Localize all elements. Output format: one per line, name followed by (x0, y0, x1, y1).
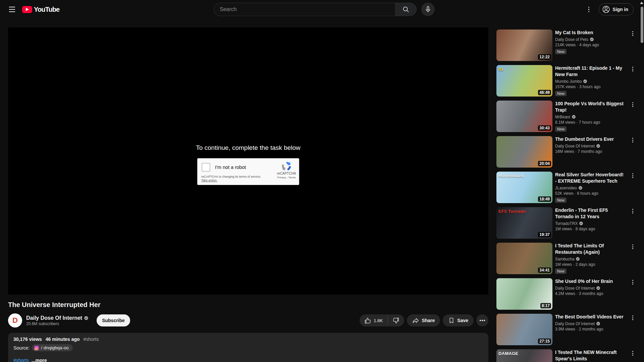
related-video-item[interactable]: 8:17 She Used 0% of Her Brain Daily Dose… (496, 278, 635, 310)
kebab-icon (632, 209, 633, 210)
kebab-icon (632, 102, 633, 103)
related-video-item[interactable]: 12:22 My Cat Is Broken Daily Dose of Pet… (496, 29, 635, 61)
verified-badge-icon (596, 321, 600, 326)
related-item-menu-button[interactable] (629, 136, 637, 144)
related-video-item[interactable]: DAMAGE I Tested The NEW Minecraft Spear'… (496, 349, 635, 362)
related-channel-name[interactable]: Daily Dose of Pets (555, 37, 626, 42)
bookmark-icon (448, 317, 455, 324)
related-item-menu-button[interactable] (629, 243, 637, 251)
related-item-menu-button[interactable] (629, 207, 637, 215)
verified-badge-icon (572, 115, 576, 119)
duration-badge: 30:43 (538, 125, 551, 131)
related-channel-name[interactable]: Daily Dose Of Internet (555, 321, 626, 326)
verified-badge-icon (579, 221, 583, 226)
captcha-checkbox[interactable] (202, 163, 210, 172)
related-video-title[interactable]: Hermitcraft 11: Episode 1 - My New Farm (555, 65, 626, 78)
related-video-title[interactable]: My Cat Is Broken (555, 29, 626, 36)
video-thumbnail[interactable]: EF5 Tornado 19:37 (496, 207, 552, 239)
captcha-terms-link[interactable]: Terms (288, 176, 296, 179)
mic-button[interactable] (421, 3, 435, 16)
related-item-menu-button[interactable] (629, 172, 637, 180)
video-thumbnail[interactable]: 01 46:49 (496, 65, 552, 97)
person-icon (602, 6, 610, 13)
video-thumbnail[interactable]: 8:17 (496, 278, 552, 310)
kebab-icon (588, 7, 590, 8)
related-video-item[interactable]: 30:43 100 People Vs World's Biggest Trap… (496, 101, 635, 132)
save-button[interactable]: Save (443, 314, 474, 326)
related-video-title[interactable]: I Tested The NEW Minecraft Spear's Limit… (555, 349, 626, 362)
sign-in-button[interactable]: Sign in (599, 3, 634, 15)
captcha-privacy-link[interactable]: Privacy (277, 176, 286, 179)
captcha-take-action-link[interactable]: Take action. (201, 179, 217, 182)
video-thumbnail[interactable]: 20:04 (496, 136, 552, 168)
related-video-item[interactable]: 27:15 The Best Doorbell Videos Ever Dail… (496, 314, 635, 345)
video-thumbnail[interactable]: Hoverboard 18:49 (496, 172, 552, 203)
captcha-notice: reCAPTCHA is changing its terms of servi… (201, 175, 261, 183)
video-thumbnail[interactable]: 27:15 (496, 314, 552, 345)
related-channel-name[interactable]: TornadoTRX (555, 221, 626, 226)
related-item-menu-button[interactable] (629, 314, 637, 322)
related-item-menu-button[interactable] (629, 101, 637, 109)
related-item-menu-button[interactable] (629, 278, 637, 286)
top-bar: YouTube Sign in (0, 0, 644, 19)
related-channel-name[interactable]: JLaservideo (555, 186, 626, 190)
new-badge: New (555, 197, 567, 203)
related-channel-name[interactable]: Daily Dose Of Internet (555, 286, 626, 291)
related-video-title[interactable]: She Used 0% of Her Brain (555, 278, 626, 285)
source-label: Source: (13, 345, 30, 351)
dislike-button[interactable] (388, 314, 404, 326)
settings-menu-button[interactable] (582, 3, 595, 16)
like-button[interactable]: 1.8K (360, 314, 387, 326)
related-video-title[interactable]: Enderlin - The First EF5 Tornado in 12 Y… (555, 207, 626, 220)
related-video-title[interactable]: 100 People Vs World's Biggest Trap! (555, 101, 626, 113)
page-scrollbar[interactable] (640, 0, 644, 362)
scrollbar-thumb[interactable] (641, 7, 643, 43)
related-channel-name[interactable]: MrBeast (555, 115, 626, 119)
description-meta-line: 30,176 views 46 minutes ago #shorts (13, 337, 483, 342)
related-video-title[interactable]: The Dumbest Drivers Ever (555, 136, 626, 142)
related-video-meta: 8.1M views · 7 hours ago (555, 120, 626, 125)
related-video-title[interactable]: The Best Doorbell Videos Ever (555, 314, 626, 320)
video-thumbnail[interactable]: 12:22 (496, 29, 552, 61)
youtube-logo[interactable]: YouTube (22, 6, 59, 13)
search-box (214, 3, 417, 16)
related-video-item[interactable]: 34:41 I Tested The Limits Of Restaurants… (496, 243, 635, 274)
related-video-item[interactable]: 01 46:49 Hermitcraft 11: Episode 1 - My … (496, 65, 635, 97)
video-thumbnail[interactable]: 34:41 (496, 243, 552, 274)
recaptcha-brand-block: reCAPTCHA Privacy - Terms (276, 161, 297, 179)
source-chip[interactable]: / dnqigbqa-oo (32, 344, 73, 351)
related-video-meta: 1M views · 8 days ago (555, 227, 626, 231)
description-panel[interactable]: 30,176 views 46 minutes ago #shorts Sour… (8, 333, 488, 362)
video-thumbnail[interactable]: 30:43 (496, 101, 552, 132)
scrollbar-up-arrow-icon[interactable] (640, 2, 643, 4)
shorts-hashtag-link[interactable]: #shorts (13, 358, 29, 362)
related-video-item[interactable]: Hoverboard 18:49 Real Silver Surfer Hove… (496, 172, 635, 203)
related-video-meta: 3.9M views · 2 months ago (555, 327, 626, 331)
search-input[interactable] (214, 3, 395, 16)
related-video-item[interactable]: EF5 Tornado 19:37 Enderlin - The First E… (496, 207, 635, 239)
channel-name[interactable]: Daily Dose Of Internet (26, 315, 89, 321)
related-video-title[interactable]: I Tested The Limits Of Restaurants (Agai… (555, 243, 626, 255)
verified-badge-icon (84, 316, 89, 320)
show-more-link[interactable]: ...more (32, 358, 47, 362)
menu-button[interactable] (5, 3, 19, 16)
related-video-item[interactable]: 20:04 The Dumbest Drivers Ever Daily Dos… (496, 136, 635, 168)
related-item-menu-button[interactable] (629, 29, 637, 38)
more-actions-button[interactable] (476, 314, 488, 326)
search-button[interactable] (395, 3, 417, 16)
related-item-menu-button[interactable] (629, 349, 637, 357)
kebab-icon (632, 315, 633, 316)
related-channel-name[interactable]: Sambucha (555, 257, 626, 261)
related-item-menu-button[interactable] (629, 65, 637, 73)
related-video-meta: 52K views · 6 hours ago (555, 191, 626, 196)
related-videos-list: 12:22 My Cat Is Broken Daily Dose of Pet… (496, 29, 635, 362)
video-thumbnail[interactable]: DAMAGE (496, 349, 552, 362)
video-player[interactable]: To continue, complete the task below I'm… (8, 27, 488, 295)
subscribe-button[interactable]: Subscribe (97, 314, 130, 326)
related-channel-name[interactable]: Mumbo Jumbo (555, 79, 626, 84)
related-video-title[interactable]: Real Silver Surfer Hoverboard! - EXTREME… (555, 172, 626, 184)
share-button[interactable]: Share (407, 314, 440, 326)
related-channel-name[interactable]: Daily Dose Of Internet (555, 144, 626, 148)
related-video-meta: 4.2M views · 3 months ago (555, 291, 626, 296)
channel-avatar[interactable]: D (8, 313, 22, 327)
